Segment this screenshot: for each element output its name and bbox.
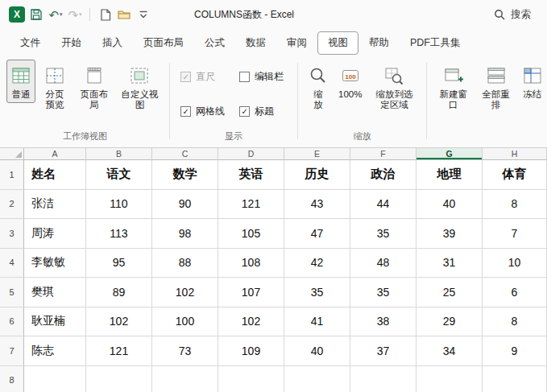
cell-H5[interactable]: 6 (483, 278, 547, 307)
page-layout-view-button[interactable]: 页面布局 (74, 60, 114, 113)
cell-C3[interactable]: 98 (152, 219, 218, 249)
tab-data[interactable]: 数据 (235, 31, 276, 55)
cell-G5[interactable]: 25 (416, 278, 483, 307)
cell-G8[interactable] (416, 366, 483, 392)
tab-view[interactable]: 视图 (317, 31, 358, 55)
new-file-icon[interactable] (96, 5, 114, 24)
cell-H4[interactable]: 10 (483, 249, 547, 279)
cell-A5[interactable]: 樊琪 (24, 278, 86, 307)
cell-D8[interactable] (218, 366, 284, 392)
customize-qat-icon[interactable] (135, 5, 152, 24)
cell-E3[interactable]: 47 (284, 219, 350, 249)
cell-A6[interactable]: 耿亚楠 (24, 307, 86, 337)
cell-F8[interactable] (350, 366, 416, 392)
cell-G1[interactable]: 地理 (416, 160, 483, 190)
zoom-to-selection-button[interactable]: 缩放到选定区域 (367, 60, 421, 113)
tab-home[interactable]: 开始 (51, 31, 92, 55)
arrange-all-button[interactable]: 全部重排 (475, 60, 516, 113)
cell-H6[interactable]: 8 (483, 307, 547, 337)
row-header-2[interactable]: 2 (0, 190, 24, 220)
cell-G6[interactable]: 29 (416, 307, 483, 337)
tab-pdf-tools[interactable]: PDF工具集 (400, 31, 471, 55)
cell-E4[interactable]: 42 (284, 249, 350, 279)
cell-E2[interactable]: 43 (284, 190, 350, 220)
cell-E6[interactable]: 41 (284, 307, 350, 337)
cell-A3[interactable]: 周涛 (24, 219, 86, 249)
cell-C5[interactable]: 102 (152, 278, 218, 307)
column-header-B[interactable]: B (86, 148, 152, 160)
cell-B5[interactable]: 89 (86, 278, 152, 307)
cell-B4[interactable]: 95 (86, 249, 152, 279)
cell-D5[interactable]: 107 (218, 278, 284, 307)
column-header-F[interactable]: F (350, 148, 416, 160)
cell-D7[interactable]: 109 (218, 336, 284, 366)
cell-A4[interactable]: 李敏敏 (24, 249, 86, 279)
cell-F2[interactable]: 44 (350, 190, 416, 220)
cell-D4[interactable]: 108 (218, 249, 284, 279)
cell-D2[interactable]: 121 (218, 190, 284, 220)
cell-G2[interactable]: 40 (416, 190, 483, 220)
cell-H1[interactable]: 体育 (483, 160, 547, 190)
open-folder-icon[interactable] (115, 5, 133, 24)
cell-D1[interactable]: 英语 (218, 160, 284, 190)
cell-E5[interactable]: 35 (284, 278, 350, 307)
cell-H3[interactable]: 7 (483, 219, 547, 249)
tab-review[interactable]: 审阅 (276, 31, 317, 55)
gridlines-checkbox[interactable]: ✓网格线 (180, 105, 225, 118)
cell-A1[interactable]: 姓名 (24, 160, 86, 190)
cell-D6[interactable]: 102 (218, 307, 284, 337)
page-break-preview-button[interactable]: 分页预览 (37, 60, 73, 113)
cell-F7[interactable]: 37 (350, 336, 416, 366)
cell-B3[interactable]: 113 (86, 219, 152, 249)
cell-F3[interactable]: 35 (350, 219, 416, 249)
save-icon[interactable] (27, 5, 45, 24)
tab-file[interactable]: 文件 (10, 31, 51, 55)
cell-B8[interactable] (86, 366, 152, 392)
cell-B7[interactable]: 121 (86, 336, 152, 366)
cell-C1[interactable]: 数学 (152, 160, 218, 190)
tab-help[interactable]: 帮助 (358, 31, 400, 55)
cell-C2[interactable]: 90 (152, 190, 218, 220)
cell-A7[interactable]: 陈志 (24, 336, 86, 366)
cell-E1[interactable]: 历史 (284, 160, 350, 190)
cell-G4[interactable]: 31 (416, 249, 483, 279)
cell-F4[interactable]: 48 (350, 249, 416, 279)
headings-checkbox[interactable]: ✓标题 (239, 105, 284, 118)
cell-B6[interactable]: 102 (86, 307, 152, 337)
search-box[interactable]: 搜索 (494, 8, 539, 22)
cell-C4[interactable]: 88 (152, 249, 218, 279)
cell-E8[interactable] (284, 366, 350, 392)
column-header-G[interactable]: G (416, 148, 483, 160)
redo-button[interactable]: ↷ ▾ (66, 5, 84, 24)
column-header-C[interactable]: C (152, 148, 218, 160)
column-header-E[interactable]: E (284, 148, 350, 160)
zoom-button[interactable]: 缩放 (304, 60, 333, 113)
cell-H8[interactable] (483, 366, 547, 392)
column-header-A[interactable]: A (24, 148, 86, 160)
row-header-6[interactable]: 6 (0, 307, 24, 337)
cell-E7[interactable]: 40 (284, 336, 350, 366)
cell-D3[interactable]: 105 (218, 219, 284, 249)
cell-C7[interactable]: 73 (152, 336, 218, 366)
cell-B1[interactable]: 语文 (86, 160, 152, 190)
undo-button[interactable]: ↶ ▾ (47, 5, 64, 24)
row-header-1[interactable]: 1 (0, 160, 24, 190)
cell-H7[interactable]: 9 (483, 336, 547, 366)
tab-formulas[interactable]: 公式 (194, 31, 235, 55)
cell-C8[interactable] (152, 366, 218, 392)
cell-H2[interactable]: 8 (483, 190, 547, 220)
row-header-7[interactable]: 7 (0, 336, 24, 366)
row-header-3[interactable]: 3 (0, 219, 24, 249)
formula-bar-checkbox[interactable]: 编辑栏 (239, 70, 284, 84)
freeze-panes-button[interactable]: 冻结 (518, 60, 547, 103)
cell-C6[interactable]: 100 (152, 307, 218, 337)
tab-insert[interactable]: 插入 (92, 31, 133, 55)
row-header-4[interactable]: 4 (0, 249, 24, 279)
column-header-D[interactable]: D (218, 148, 284, 160)
cell-F1[interactable]: 政治 (350, 160, 416, 190)
new-window-button[interactable]: 新建窗口 (433, 60, 474, 113)
tab-page-layout[interactable]: 页面布局 (133, 31, 194, 55)
zoom-100-button[interactable]: 100 100% (334, 60, 366, 103)
cell-A2[interactable]: 张洁 (24, 190, 86, 220)
column-header-H[interactable]: H (483, 148, 547, 160)
